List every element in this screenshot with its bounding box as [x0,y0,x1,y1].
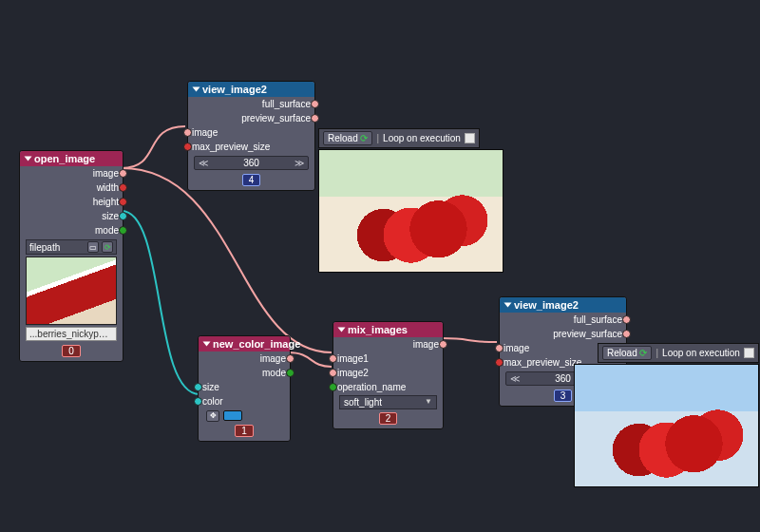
port-image-in[interactable] [495,344,504,352]
node-title[interactable]: view_image2 [188,82,314,97]
output-port-size: size [20,209,123,223]
port-image-out[interactable] [286,354,294,363]
collapse-icon[interactable] [203,342,211,347]
output-port-width: width [20,180,123,195]
title-text: mix_images [348,324,408,335]
output-port-mode: mode [20,223,123,238]
title-text: view_image2 [202,84,267,95]
input-port-image: image [188,125,314,140]
title-text: view_image2 [514,299,579,311]
port-full-surface[interactable] [311,100,319,108]
port-size-out[interactable] [119,212,127,220]
port-operation-in[interactable] [329,383,337,391]
node-title[interactable]: new_color_image [199,336,290,352]
preview-right [574,364,759,487]
node-title[interactable]: view_image2 [500,297,626,313]
reload-icon: ⟳ [360,133,368,143]
spinner-max-preview[interactable]: ≪ 360 ≫ [194,156,309,170]
output-port-full-surface: full_surface [500,313,626,327]
port-image-out[interactable] [119,169,127,178]
loop-label: Loop on execution [383,133,461,143]
node-canvas[interactable]: open_image image width height size mode … [0,0,760,532]
collapse-icon[interactable] [25,157,32,162]
spinner-value[interactable]: 360 [243,158,259,168]
output-port-preview-surface: preview_surface [188,111,314,125]
output-port-image: image [333,337,443,352]
loop-label: Loop on execution [662,348,740,358]
id-badge: 3 [554,390,573,402]
collapse-icon[interactable] [504,303,512,308]
collapse-icon[interactable] [338,328,346,332]
spinner-inc-icon[interactable]: ≫ [293,158,306,168]
port-mode-out[interactable] [286,369,294,377]
port-image1-in[interactable] [329,354,337,363]
input-port-operation: operation_name [333,380,443,394]
filepath-label: filepath [29,242,60,253]
color-swatch[interactable] [223,410,242,421]
title-text: new_color_image [213,338,300,350]
node-title[interactable]: open_image [20,151,123,166]
port-image-in[interactable] [183,128,192,137]
port-full-surface[interactable] [622,315,631,324]
loop-checkbox[interactable] [465,133,475,143]
spinner-value[interactable]: 360 [555,373,571,384]
chevron-down-icon: ▼ [425,397,432,408]
port-image2-in[interactable] [329,369,337,377]
port-image-out[interactable] [439,340,447,349]
spinner-dec-icon[interactable]: ≪ [197,158,210,168]
port-color-in[interactable] [194,397,202,406]
color-widget[interactable]: ✥ [199,408,290,423]
input-port-image1: image1 [333,352,443,366]
id-badge: 0 [62,345,81,357]
port-max-preview-in[interactable] [183,142,192,151]
output-port-mode: mode [199,366,290,380]
spinner-dec-icon[interactable]: ≪ [508,373,522,384]
port-size-in[interactable] [194,383,202,391]
folder-icon[interactable]: ▭ [87,241,99,253]
port-height-out[interactable] [119,198,127,206]
reload-icon: ⟳ [639,348,647,358]
filename-field[interactable]: ...berries_nickype.jpg [26,327,117,341]
filepath-param: filepath ▭ ⟳ [26,239,117,255]
operation-dropdown[interactable]: soft_light ▼ [339,395,437,409]
thumbnail [26,256,117,325]
port-preview-surface[interactable] [311,114,319,123]
toolbar-top: Reload ⟳ | Loop on execution [318,128,480,148]
reload-button[interactable]: Reload ⟳ [602,346,652,360]
input-port-max-preview: max_preview_size [188,140,314,154]
preview-top [318,149,504,273]
output-port-height: height [20,195,123,209]
id-badge: 1 [235,425,254,437]
input-port-image2: image2 [333,366,443,380]
output-port-preview-surface: preview_surface [500,327,626,341]
node-open-image[interactable]: open_image image width height size mode … [19,150,124,362]
output-port-full-surface: full_surface [188,97,314,111]
port-max-preview-in[interactable] [495,358,504,367]
output-port-image: image [199,352,290,366]
title-text: open_image [34,153,95,164]
node-view-image2-top[interactable]: view_image2 full_surface preview_surface… [187,81,315,191]
id-badge: 4 [242,174,261,186]
port-mode-out[interactable] [119,226,127,235]
node-mix-images[interactable]: mix_images image image1 image2 operation… [332,321,444,429]
output-port-image: image [20,166,123,180]
refresh-icon[interactable]: ⟳ [102,241,113,253]
input-port-color: color [199,394,290,408]
port-width-out[interactable] [119,183,127,192]
eyedropper-icon[interactable]: ✥ [206,410,219,422]
input-port-size: size [199,380,290,394]
operation-value: soft_light [344,397,382,408]
id-badge: 2 [379,412,398,425]
reload-button[interactable]: Reload ⟳ [323,131,372,145]
node-title[interactable]: mix_images [333,322,443,337]
collapse-icon[interactable] [193,87,200,92]
loop-checkbox[interactable] [744,348,754,358]
node-new-color-image[interactable]: new_color_image image mode size color ✥ … [198,335,291,442]
port-preview-surface[interactable] [622,330,631,338]
toolbar-right: Reload ⟳ | Loop on execution [598,343,759,363]
